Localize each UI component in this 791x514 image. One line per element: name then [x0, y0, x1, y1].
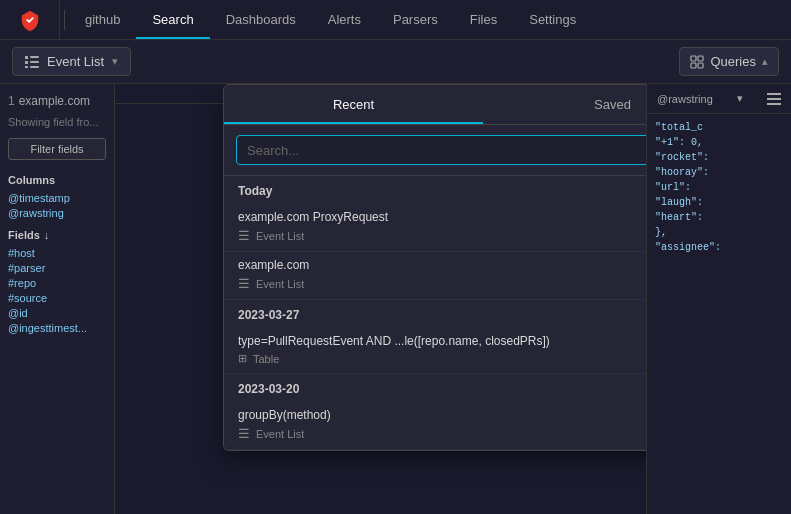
query-item-0[interactable]: example.com ProxyRequest ☰ Event List [224, 204, 646, 252]
nav-item-files[interactable]: Files [454, 0, 513, 39]
sort-icon[interactable]: ↓ [44, 229, 50, 241]
query-type-0: Event List [256, 230, 304, 242]
svg-rect-3 [30, 61, 39, 63]
svg-rect-4 [25, 66, 28, 68]
nav-item-search[interactable]: Search [136, 0, 209, 39]
rawstring-label: @rawstring [657, 93, 713, 105]
hamburger-icon[interactable] [767, 93, 781, 105]
fields-header: Fields ↓ [8, 229, 106, 241]
event-list-label: Event List [47, 54, 104, 69]
nav-item-dashboards[interactable]: Dashboards [210, 0, 312, 39]
nav-divider [64, 10, 65, 30]
svg-rect-2 [25, 61, 28, 64]
section-2023-03-27-header: 2023-03-27 ∨ [224, 300, 646, 328]
field-parser[interactable]: #parser [8, 262, 106, 274]
content-area: Thu 30 03:0 Recent Saved 🔍 Today ∨ [115, 84, 646, 514]
result-number: 1 [8, 94, 15, 108]
column-rawstring[interactable]: @rawstring [8, 207, 106, 219]
filter-fields-button[interactable]: Filter fields [8, 138, 106, 160]
nav-item-parsers[interactable]: Parsers [377, 0, 454, 39]
section-today-title: Today [238, 184, 272, 198]
svg-rect-0 [25, 56, 28, 59]
query-type-1: Event List [256, 278, 304, 290]
nav-item-alerts[interactable]: Alerts [312, 0, 377, 39]
table-icon-0: ⊞ [238, 352, 247, 365]
tab-recent[interactable]: Recent [224, 85, 483, 124]
query-text-2: type=PullRequestEvent AND ...le([repo.na… [238, 334, 646, 348]
svg-rect-9 [698, 63, 703, 68]
result-value: example.com [19, 94, 90, 108]
left-sidebar: 1 example.com Showing field fro... Filte… [0, 84, 115, 514]
overlay-tabs: Recent Saved [224, 85, 646, 125]
json-content: "total_c "+1": 0, "rocket": "hooray": "u… [647, 114, 791, 261]
field-source[interactable]: #source [8, 292, 106, 304]
query-meta-0: ☰ Event List [238, 228, 646, 243]
query-text-0: example.com ProxyRequest [238, 210, 646, 224]
query-meta-2: ⊞ Table [238, 352, 646, 365]
section-2023-03-27-title: 2023-03-27 [238, 308, 299, 322]
showing-text: Showing field fro... [8, 116, 106, 128]
right-panel-header: @rawstring ▾ [647, 84, 791, 114]
svg-rect-6 [691, 56, 696, 61]
field-ingesttimestamp[interactable]: @ingesttimest... [8, 322, 106, 334]
columns-title: Columns [8, 174, 106, 186]
fields-title: Fields [8, 229, 40, 241]
overlay-search-area: 🔍 [224, 125, 646, 176]
svg-rect-8 [691, 63, 696, 68]
section-2023-03-20-title: 2023-03-20 [238, 382, 299, 396]
svg-rect-7 [698, 56, 703, 61]
chevron-down-icon: ▾ [112, 55, 118, 68]
query-text-3: groupBy(method) [238, 408, 646, 422]
queries-label: Queries [710, 54, 756, 69]
svg-rect-5 [30, 66, 39, 68]
query-type-2: Table [253, 353, 279, 365]
result-row: 1 example.com [8, 94, 106, 108]
field-repo[interactable]: #repo [8, 277, 106, 289]
queries-overlay: Recent Saved 🔍 Today ∨ example.com Proxy… [223, 84, 646, 451]
list-icon-0: ☰ [238, 228, 250, 243]
chevron-down-icon[interactable]: ▾ [737, 92, 743, 105]
nav-item-github[interactable]: github [69, 0, 136, 39]
query-type-3: Event List [256, 428, 304, 440]
query-meta-3: ☰ Event List [238, 426, 646, 441]
queries-button[interactable]: Queries ▴ [679, 47, 779, 76]
nav-item-settings[interactable]: Settings [513, 0, 592, 39]
chevron-up-icon: ▴ [762, 55, 768, 68]
tab-saved[interactable]: Saved [483, 85, 646, 124]
column-timestamp[interactable]: @timestamp [8, 192, 106, 204]
event-list-button[interactable]: Event List ▾ [12, 47, 131, 76]
right-panel: @rawstring ▾ "total_c "+1": 0, "rocket":… [646, 84, 791, 514]
list-icon-1: ☰ [238, 276, 250, 291]
second-bar: Event List ▾ Queries ▴ [0, 40, 791, 84]
query-item-3[interactable]: groupBy(method) ☰ Event List [224, 402, 646, 450]
search-input[interactable] [247, 143, 646, 158]
query-text-1: example.com [238, 258, 646, 272]
section-today-header: Today ∨ [224, 176, 646, 204]
field-id[interactable]: @id [8, 307, 106, 319]
query-meta-1: ☰ Event List [238, 276, 646, 291]
field-host[interactable]: #host [8, 247, 106, 259]
top-nav: github Search Dashboards Alerts Parsers … [0, 0, 791, 40]
logo[interactable] [0, 0, 60, 39]
search-wrap: 🔍 [236, 135, 646, 165]
svg-rect-1 [30, 56, 39, 58]
query-item-2[interactable]: type=PullRequestEvent AND ...le([repo.na… [224, 328, 646, 374]
list-icon-3: ☰ [238, 426, 250, 441]
main-area: 1 example.com Showing field fro... Filte… [0, 84, 791, 514]
query-item-1[interactable]: example.com ☰ Event List [224, 252, 646, 300]
section-2023-03-20-header: 2023-03-20 ∨ [224, 374, 646, 402]
